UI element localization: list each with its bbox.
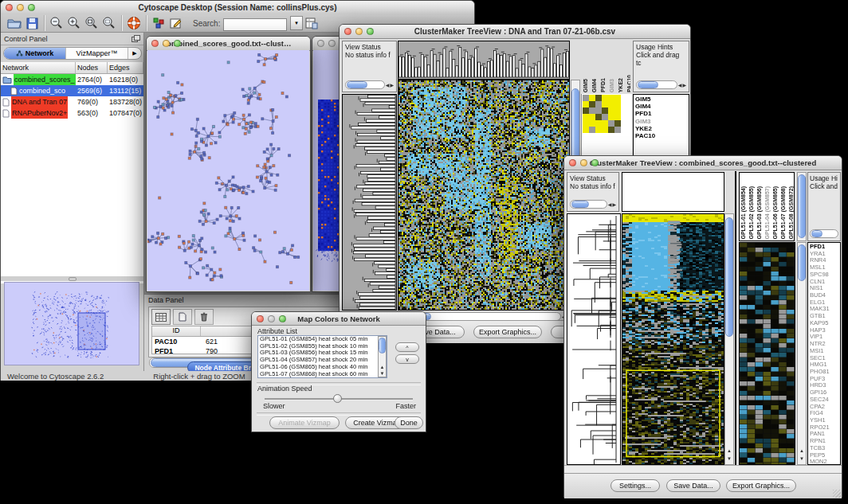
zoom-button[interactable]: [279, 315, 286, 322]
gene-label[interactable]: RPO21: [810, 424, 838, 432]
minimize-button[interactable]: [163, 40, 170, 47]
array-label[interactable]: GPL51-03 (GSM856): [756, 186, 763, 240]
scrollbar-thumb[interactable]: [725, 217, 733, 337]
zoom-out-icon[interactable]: [48, 15, 65, 31]
tab-vizmapper[interactable]: VizMapper™: [65, 48, 128, 59]
network-name[interactable]: combined_scores_: [14, 74, 76, 85]
gene-label[interactable]: BUD4: [810, 292, 838, 299]
scroll-down-arrow[interactable]: ▼: [379, 371, 386, 376]
search-dropdown-arrow[interactable]: ▾: [290, 16, 303, 30]
scroll-left-arrow[interactable]: ◀: [386, 83, 390, 88]
move-down-button[interactable]: v: [395, 354, 419, 364]
gene-label[interactable]: RPN1: [810, 438, 838, 445]
zoom-button[interactable]: [174, 40, 181, 47]
attribute-browser-icon[interactable]: [303, 15, 320, 31]
network-name[interactable]: combined_sco: [19, 85, 65, 96]
global-heatmap-canvas[interactable]: [398, 80, 569, 310]
array-label[interactable]: PFD1: [600, 78, 607, 92]
array-label[interactable]: PAC10: [626, 75, 630, 92]
gene-label[interactable]: PAC10: [635, 132, 687, 139]
gene-label[interactable]: HRD3: [810, 382, 838, 389]
global-heatmap-panel[interactable]: [622, 213, 724, 465]
resize-grip[interactable]: [833, 490, 841, 498]
scroll-right-arrow[interactable]: ▶: [390, 83, 394, 88]
attribute-list-scrollbar[interactable]: ▲ ▼: [378, 336, 387, 377]
gene-label[interactable]: PAN1: [810, 431, 838, 438]
scroll-up-arrow[interactable]: ▲: [798, 448, 806, 453]
new-attribute-icon[interactable]: [173, 309, 192, 325]
gene-label[interactable]: NIS1: [810, 285, 838, 292]
id-column-header[interactable]: ID: [152, 326, 201, 336]
help-lifering-icon[interactable]: [125, 15, 143, 31]
network-row[interactable]: combined_scores_ 2764(0) 16218(0): [1, 74, 143, 85]
save-data-button[interactable]: Save Data...: [666, 479, 720, 492]
close-button[interactable]: [257, 315, 264, 322]
scrollbar-thumb[interactable]: [798, 244, 806, 281]
view-status-scrollbar[interactable]: ◀ ▶: [570, 200, 616, 209]
gene-label[interactable]: YRA1: [810, 251, 838, 258]
move-up-button[interactable]: ^: [395, 342, 419, 352]
gene-label[interactable]: TCB3: [810, 445, 838, 452]
panel-divider[interactable]: [735, 171, 736, 466]
delete-attribute-icon[interactable]: [194, 309, 214, 325]
gene-label[interactable]: GPI16: [810, 389, 838, 397]
network-name[interactable]: DNA and Tran 07: [11, 96, 68, 107]
gene-label[interactable]: HMG1: [810, 361, 838, 369]
gene-label[interactable]: CPA2: [810, 404, 838, 411]
gene-label[interactable]: GIM3: [635, 118, 687, 125]
network-row[interactable]: RNAPuberNov2+ 563(0) 107847(0): [1, 107, 143, 119]
array-label[interactable]: GPL51-07 (GSM868): [780, 186, 787, 240]
gene-label[interactable]: MAK31: [810, 306, 838, 313]
gene-label[interactable]: FIG4: [810, 410, 838, 417]
zoom-heatmap-panel[interactable]: [739, 242, 795, 465]
gene-label[interactable]: SEC24: [810, 397, 838, 404]
gene-label[interactable]: VIP1: [810, 334, 838, 341]
network-overview-canvas[interactable]: [5, 283, 139, 365]
treeview1-title-bar[interactable]: ClusterMaker TreeView : DNA and Tran 07-…: [340, 25, 690, 39]
minimize-button[interactable]: [580, 159, 587, 166]
gene-label[interactable]: MSI1: [810, 348, 838, 355]
gene-label[interactable]: GTB1: [810, 313, 838, 320]
view-status-scrollbar[interactable]: ◀ ▶: [345, 80, 394, 89]
minimize-button[interactable]: [268, 315, 275, 322]
network-canvas[interactable]: [147, 50, 309, 291]
close-button[interactable]: [151, 40, 159, 47]
network-window-title-bar[interactable]: combined_scores_good.txt--cluste...: [147, 37, 310, 51]
scroll-down-arrow[interactable]: ▼: [798, 456, 806, 461]
gene-label[interactable]: HAP3: [810, 327, 838, 334]
zoom-button[interactable]: [28, 4, 35, 11]
scroll-up-arrow[interactable]: ▲: [725, 448, 733, 453]
gene-label[interactable]: PFD1: [635, 110, 687, 117]
done-button[interactable]: Done: [395, 416, 423, 429]
network-table-header[interactable]: Network Nodes Edges: [1, 62, 143, 74]
export-graphics-button[interactable]: Export Graphics...: [473, 326, 542, 338]
minimize-button[interactable]: [355, 28, 363, 35]
scroll-left-arrow[interactable]: ◀: [608, 202, 612, 207]
scroll-up-arrow[interactable]: ▲: [379, 365, 386, 369]
summary-heatmap[interactable]: [583, 95, 621, 133]
close-button[interactable]: [317, 40, 324, 47]
gene-label-vscrollbar[interactable]: ▲ ▼: [797, 242, 807, 465]
scroll-left-arrow[interactable]: ◀: [678, 83, 682, 88]
array-label[interactable]: GIM4: [591, 79, 598, 92]
network-view[interactable]: [147, 50, 309, 291]
gene-label[interactable]: RNR4: [810, 257, 838, 264]
open-file-icon[interactable]: [6, 15, 23, 31]
scroll-down-arrow[interactable]: ▼: [725, 456, 733, 461]
gene-label[interactable]: GIM5: [635, 96, 687, 103]
attribute-select-icon[interactable]: [151, 309, 171, 325]
treeview2-title-bar[interactable]: ClusterMaker TreeView : combined_scores_…: [564, 156, 842, 170]
array-label[interactable]: GPL51-04 (GSM857): [764, 186, 771, 240]
zoom-selected-icon[interactable]: [100, 15, 118, 31]
col-nodes[interactable]: Nodes: [76, 62, 108, 73]
attribute-item[interactable]: GPL51-07 (GSM868) heat shock 60 min: [260, 371, 387, 378]
speed-slider-thumb[interactable]: [333, 394, 342, 403]
main-title-bar[interactable]: Cytoscape Desktop (Session Name: collins…: [1, 1, 474, 15]
zoom-button[interactable]: [591, 159, 599, 166]
array-label[interactable]: GIM5: [583, 79, 589, 92]
usage-hints-scrollbar[interactable]: [810, 229, 838, 238]
gene-label[interactable]: YKE2: [635, 125, 687, 132]
gene-label[interactable]: MON2: [810, 459, 838, 465]
array-dendrogram-canvas[interactable]: [398, 41, 569, 79]
gene-label[interactable]: KAP95: [810, 320, 838, 327]
